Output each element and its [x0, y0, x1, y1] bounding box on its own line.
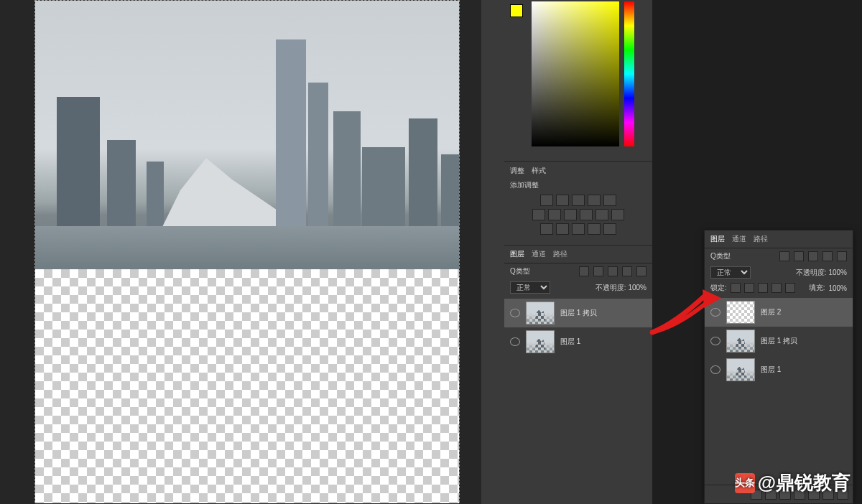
layer-item[interactable]: 图层 1 拷贝 [705, 327, 853, 355]
layer-thumbnail[interactable] [526, 330, 555, 353]
hue-slider[interactable] [624, 1, 634, 146]
layer-item[interactable]: 图层 1 拷贝 [504, 299, 652, 327]
filter-smart-icon[interactable] [636, 266, 646, 276]
tab-layers[interactable]: 图层 [710, 234, 725, 244]
layers-panel: 图层 通道 路径 Q类型 正常 不透明度: 100% [504, 246, 652, 504]
blend-mode-select[interactable]: 正常 [710, 266, 751, 279]
filter-adjustment-icon[interactable] [593, 266, 603, 276]
color-balance-icon[interactable] [548, 209, 561, 220]
layer-name-label[interactable]: 图层 1 [560, 337, 580, 347]
layer-item[interactable]: 图层 1 [504, 327, 652, 356]
opacity-label: 不透明度: [796, 269, 827, 276]
building-shape [161, 158, 290, 230]
black-white-icon[interactable] [564, 209, 577, 220]
filter-type-icon[interactable] [808, 251, 818, 261]
add-adjustment-label: 添加调整 [510, 180, 646, 190]
photo-filter-icon[interactable] [580, 209, 593, 220]
canvas-transparent-area [35, 269, 459, 503]
brightness-contrast-icon[interactable] [540, 195, 553, 206]
layer-item[interactable]: 图层 1 [705, 355, 853, 384]
building-shape [107, 140, 136, 226]
filter-shape-icon[interactable] [622, 266, 632, 276]
building-shape [409, 118, 437, 226]
visibility-toggle-icon[interactable] [710, 365, 720, 374]
tab-paths[interactable]: 路径 [553, 249, 567, 259]
gradient-map-icon[interactable] [588, 223, 601, 235]
canvas-area [0, 0, 481, 504]
layer-thumbnail[interactable] [526, 302, 555, 325]
filter-pixel-icon[interactable] [779, 251, 789, 261]
opacity-value[interactable]: 100% [628, 284, 646, 291]
building-shape [362, 147, 405, 226]
lock-transparency-icon[interactable] [731, 283, 741, 293]
filter-shape-icon[interactable] [822, 251, 833, 261]
document-canvas[interactable] [34, 0, 460, 503]
exposure-icon[interactable] [588, 195, 601, 206]
levels-icon[interactable] [556, 195, 569, 206]
lock-artboard-icon[interactable] [771, 283, 782, 293]
visibility-toggle-icon[interactable] [510, 309, 520, 317]
tab-adjustments[interactable]: 调整 [510, 166, 524, 176]
layer-name-label[interactable]: 图层 2 [761, 307, 781, 317]
tab-channels[interactable]: 通道 [532, 249, 546, 259]
watermark-icon: 头条 [735, 473, 755, 493]
color-lookup-icon[interactable] [611, 209, 624, 220]
visibility-toggle-icon[interactable] [710, 308, 720, 317]
building-shape [276, 39, 306, 226]
color-panel [504, 0, 652, 162]
tab-channels[interactable]: 通道 [732, 234, 746, 244]
filter-pixel-icon[interactable] [579, 266, 589, 276]
opacity-label: 不透明度: [595, 284, 626, 291]
layer-search-label: Q类型 [710, 251, 731, 261]
filter-type-icon[interactable] [608, 266, 618, 276]
lock-position-icon[interactable] [758, 283, 768, 293]
channel-mixer-icon[interactable] [595, 209, 608, 220]
watermark: 头条 @鼎锐教育 [735, 470, 851, 495]
invert-icon[interactable] [540, 223, 553, 235]
watermark-text: @鼎锐教育 [758, 470, 851, 495]
layer-list: 图层 2 图层 1 拷贝 图层 1 [705, 295, 853, 485]
layer-thumbnail[interactable] [726, 358, 755, 381]
visibility-toggle-icon[interactable] [510, 337, 520, 346]
layer-name-label[interactable]: 图层 1 [761, 365, 781, 375]
posterize-icon[interactable] [556, 223, 569, 235]
visibility-toggle-icon[interactable] [710, 337, 720, 345]
selective-color-icon[interactable] [603, 223, 616, 235]
foreground-color[interactable] [510, 4, 523, 17]
right-panel-group: 调整 样式 添加调整 [481, 0, 652, 504]
building-shape [308, 83, 328, 226]
blend-mode-select[interactable]: 正常 [510, 281, 550, 294]
fill-label: 填充: [809, 283, 825, 293]
lock-all-icon[interactable] [785, 283, 795, 293]
building-shape [57, 97, 100, 226]
canvas-image-upper [35, 1, 459, 269]
layer-thumbnail[interactable] [726, 301, 755, 324]
filter-smart-icon[interactable] [837, 251, 847, 261]
tab-layers[interactable]: 图层 [510, 249, 524, 259]
adjustments-panel: 调整 样式 添加调整 [504, 162, 652, 246]
color-swatches [510, 4, 523, 17]
filter-adjustment-icon[interactable] [794, 251, 804, 261]
tab-paths[interactable]: 路径 [754, 234, 768, 244]
opacity-value[interactable]: 100% [828, 269, 847, 276]
layer-list: 图层 1 拷贝 图层 1 [504, 296, 652, 504]
building-shape [333, 111, 361, 226]
hue-sat-icon[interactable] [532, 209, 545, 220]
curves-icon[interactable] [572, 195, 585, 206]
layer-name-label[interactable]: 图层 1 拷贝 [761, 336, 797, 346]
layer-thumbnail[interactable] [726, 330, 755, 353]
lock-label: 锁定: [710, 283, 727, 293]
floating-layers-panel[interactable]: 图层 通道 路径 Q类型 正常 不透明度: 100% 锁定: 填充: 100% … [704, 230, 853, 504]
layer-search-label: Q类型 [510, 266, 530, 276]
water-shape [35, 226, 459, 269]
vibrance-icon[interactable] [603, 195, 616, 206]
building-shape [441, 154, 459, 226]
tab-styles[interactable]: 样式 [532, 166, 546, 176]
threshold-icon[interactable] [572, 223, 585, 235]
layer-name-label[interactable]: 图层 1 拷贝 [560, 308, 597, 318]
lock-pixels-icon[interactable] [744, 283, 754, 293]
color-field[interactable] [532, 1, 619, 146]
layer-item[interactable]: 图层 2 [705, 298, 853, 327]
fill-value[interactable]: 100% [828, 284, 847, 292]
